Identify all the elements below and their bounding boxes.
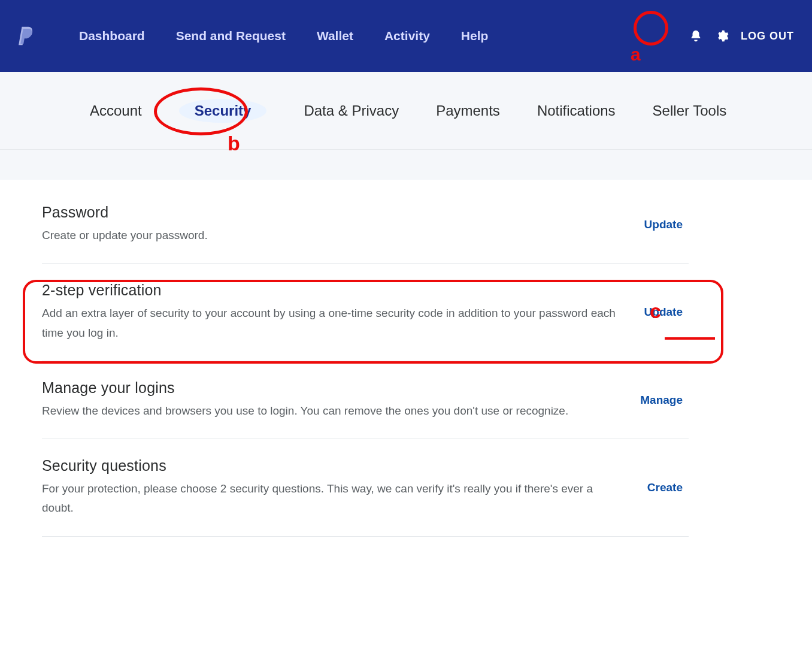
paypal-logo-icon (18, 26, 34, 46)
section-desc: Add an extra layer of security to your a… (42, 304, 617, 343)
manage-logins-link[interactable]: Manage (640, 394, 689, 407)
section-password: Password Create or update your password.… (42, 204, 689, 264)
section-title: 2-step verification (42, 282, 617, 299)
section-desc: Create or update your password. (42, 226, 208, 245)
tab-data-privacy[interactable]: Data & Privacy (304, 102, 399, 119)
tab-security[interactable]: Security (179, 99, 267, 123)
nav-dashboard[interactable]: Dashboard (79, 29, 145, 43)
security-settings: Password Create or update your password.… (0, 180, 731, 537)
section-manage-logins: Manage your logins Review the devices an… (42, 361, 689, 439)
primary-nav-links: Dashboard Send and Request Wallet Activi… (79, 29, 488, 43)
section-2step: 2-step verification Add an extra layer o… (42, 264, 689, 361)
nav-activity[interactable]: Activity (384, 29, 430, 43)
tab-account[interactable]: Account (90, 102, 142, 119)
security-questions-create-link[interactable]: Create (647, 481, 689, 494)
tab-seller-tools[interactable]: Seller Tools (653, 102, 727, 119)
nav-send-and-request[interactable]: Send and Request (176, 29, 286, 43)
nav-help[interactable]: Help (461, 29, 489, 43)
section-desc: For your protection, please choose 2 sec… (42, 479, 617, 518)
nav-wallet[interactable]: Wallet (317, 29, 353, 43)
password-update-link[interactable]: Update (644, 218, 689, 231)
section-title: Security questions (42, 457, 617, 474)
settings-gear-icon[interactable] (714, 28, 730, 44)
tab-payments[interactable]: Payments (436, 102, 500, 119)
tab-notifications[interactable]: Notifications (537, 102, 616, 119)
2step-update-link[interactable]: Update (644, 306, 689, 319)
section-title: Password (42, 204, 208, 221)
notifications-bell-icon[interactable] (688, 28, 704, 44)
section-title: Manage your logins (42, 379, 568, 397)
settings-tabs-bar: Account Security Data & Privacy Payments… (0, 72, 812, 150)
top-nav: Dashboard Send and Request Wallet Activi… (0, 0, 812, 72)
logout-link[interactable]: LOG OUT (741, 30, 794, 43)
section-security-questions: Security questions For your protection, … (42, 439, 689, 537)
section-desc: Review the devices and browsers you use … (42, 401, 568, 421)
